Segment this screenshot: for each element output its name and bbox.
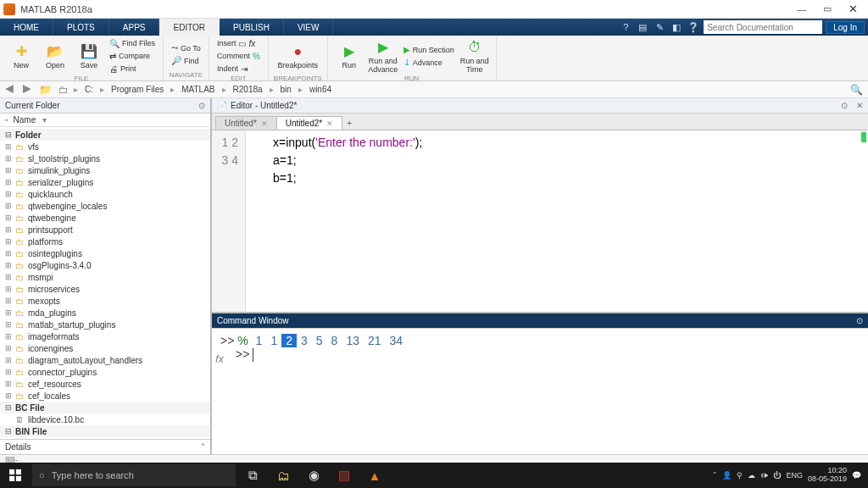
tree-group[interactable]: ⊟BC File bbox=[0, 402, 210, 413]
tree-folder[interactable]: ⊞🗀qtwebengine_locales bbox=[0, 200, 210, 212]
cmd-menu-icon[interactable]: ⊙ bbox=[856, 316, 863, 325]
up-folder-icon[interactable]: 📁 bbox=[37, 84, 53, 96]
tree-folder[interactable]: ⊞🗀serializer_plugins bbox=[0, 176, 210, 188]
tab-editor[interactable]: EDITOR bbox=[159, 19, 220, 36]
network-icon[interactable]: 🕪 bbox=[760, 471, 768, 480]
search-path-icon[interactable]: 🔍 bbox=[849, 84, 865, 96]
crumb-matlab[interactable]: MATLAB bbox=[178, 85, 218, 94]
details-chevron-icon[interactable]: ˄ bbox=[201, 442, 205, 452]
help-icon[interactable]: ? bbox=[619, 20, 632, 34]
tab-view[interactable]: VIEW bbox=[284, 19, 334, 36]
tree-folder[interactable]: ⊞🗀cef_resources bbox=[0, 378, 210, 390]
fx-icon[interactable]: fx bbox=[215, 352, 224, 365]
help2-icon[interactable]: ❔ bbox=[687, 20, 700, 34]
feedback-icon[interactable]: ✎ bbox=[653, 20, 666, 34]
code-editor[interactable]: 1 2 3 4 x=input('Enter the number:'); a=… bbox=[212, 130, 868, 312]
tab-close-icon[interactable]: ✕ bbox=[326, 119, 333, 128]
people-icon[interactable]: 👤 bbox=[722, 471, 732, 480]
tree-group[interactable]: ⊟BIN File bbox=[0, 425, 210, 437]
location-icon[interactable]: ⚲ bbox=[737, 471, 743, 480]
tree-folder[interactable]: ⊞🗀imageformats bbox=[0, 330, 210, 342]
battery-icon[interactable]: ⏻ bbox=[773, 471, 781, 480]
doc-icon[interactable]: ▤ bbox=[636, 20, 649, 34]
tree-folder[interactable]: ⊞🗀osintegplugins bbox=[0, 247, 210, 259]
file-tab-untitled[interactable]: Untitled*✕ bbox=[215, 116, 277, 130]
tree-group[interactable]: ⊟Folder bbox=[0, 129, 210, 141]
tree-folder[interactable]: ⊞🗀msmpi bbox=[0, 271, 210, 283]
tray-chevron-icon[interactable]: ˄ bbox=[713, 471, 717, 480]
breakpoints-button[interactable]: ●Breakpoints bbox=[281, 37, 314, 75]
open-button[interactable]: 📂Open bbox=[39, 37, 71, 75]
close-button[interactable]: ✕ bbox=[841, 2, 865, 17]
run-button[interactable]: ▶Run bbox=[333, 37, 365, 75]
back-button[interactable]: ⯇ bbox=[3, 84, 17, 96]
find-button[interactable]: 🔎Find bbox=[169, 55, 203, 67]
tree-folder[interactable]: ⊞🗀qtwebengine bbox=[0, 212, 210, 224]
crumb-win64[interactable]: win64 bbox=[306, 85, 335, 94]
tree-folder[interactable]: ⊞🗀connector_plugins bbox=[0, 366, 210, 378]
run-time-button[interactable]: ⏱Run and Time bbox=[459, 37, 491, 75]
tree-folder[interactable]: ⊞🗀osgPlugins-3.4.0 bbox=[0, 259, 210, 271]
file-tab-untitled2[interactable]: Untitled2*✕ bbox=[276, 116, 342, 130]
tree-folder[interactable]: ⊞🗀vfs bbox=[0, 141, 210, 152]
search-documentation-input[interactable] bbox=[704, 20, 822, 34]
run-section-button[interactable]: ▶Run Section bbox=[401, 44, 457, 56]
compare-button[interactable]: ⇄Compare bbox=[107, 50, 158, 62]
clock[interactable]: 10:2008-05-2019 bbox=[808, 467, 847, 484]
pdf-icon[interactable]: ▤ bbox=[329, 463, 359, 488]
tree-file[interactable]: 🗎libdevice.10.bc bbox=[0, 413, 210, 425]
maximize-button[interactable]: ▭ bbox=[815, 2, 839, 17]
tree-folder[interactable]: ⊞🗀sl_toolstrip_plugins bbox=[0, 152, 210, 164]
minimize-button[interactable]: ― bbox=[790, 2, 814, 17]
login-button[interactable]: Log In bbox=[826, 21, 865, 34]
tree-folder[interactable]: ⊞🗀simulink_plugins bbox=[0, 164, 210, 176]
comment-button[interactable]: Comment % bbox=[214, 50, 263, 62]
tree-folder[interactable]: ⊞🗀diagram_autoLayout_handlers bbox=[0, 354, 210, 366]
crumb-bin[interactable]: bin bbox=[277, 85, 295, 94]
print-button[interactable]: 🖨Print bbox=[107, 63, 158, 75]
folder-tree[interactable]: ⊟Folder⊞🗀vfs⊞🗀sl_toolstrip_plugins⊞🗀simu… bbox=[0, 127, 210, 439]
system-tray[interactable]: ˄ 👤 ⚲ ☁ 🕪 ⏻ ENG 10:2008-05-2019 💬 bbox=[706, 467, 868, 484]
forward-button[interactable]: ⯈ bbox=[20, 84, 34, 96]
panel-menu-icon[interactable]: ⊙ bbox=[198, 101, 205, 110]
run-advance-button[interactable]: ▶Run and Advance bbox=[367, 37, 399, 75]
goto-button[interactable]: ⤳Go To bbox=[169, 42, 203, 54]
new-tab-button[interactable]: + bbox=[342, 117, 357, 130]
editor-menu-icon[interactable]: ⊙ bbox=[841, 101, 848, 110]
tree-folder[interactable]: ⊞🗀quicklaunch bbox=[0, 188, 210, 200]
editor-close-icon[interactable]: ✕ bbox=[851, 101, 863, 110]
advance-button[interactable]: ⤓Advance bbox=[401, 57, 457, 69]
tree-folder[interactable]: ⊞🗀platforms bbox=[0, 236, 210, 247]
tree-folder[interactable]: ⊞🗀cef_locales bbox=[0, 390, 210, 402]
language-indicator[interactable]: ENG bbox=[786, 471, 803, 480]
tab-plots[interactable]: PLOTS bbox=[53, 19, 109, 36]
details-label[interactable]: Details bbox=[5, 442, 31, 452]
matlab-taskbar-icon[interactable]: ▲ bbox=[359, 463, 390, 488]
explorer-icon[interactable]: 🗂 bbox=[268, 463, 298, 488]
notifications-icon[interactable]: 💬 bbox=[852, 471, 861, 480]
onedrive-icon[interactable]: ☁ bbox=[748, 471, 755, 480]
tree-folder[interactable]: ⊞🗀microservices bbox=[0, 283, 210, 295]
tree-folder[interactable]: ⊞🗀mda_plugins bbox=[0, 307, 210, 319]
folder-icon[interactable]: 🗀 bbox=[57, 84, 70, 96]
new-button[interactable]: ✚New bbox=[5, 37, 37, 75]
name-column[interactable]: Name bbox=[14, 115, 36, 125]
insert-button[interactable]: Insert ▭ fx bbox=[214, 37, 263, 49]
start-button[interactable] bbox=[0, 463, 31, 488]
crumb-program-files[interactable]: Program Files bbox=[108, 85, 167, 94]
command-window-body[interactable]: >> % 112358132134 fx >> bbox=[212, 329, 868, 454]
tab-home[interactable]: HOME bbox=[0, 19, 53, 36]
tree-folder[interactable]: ⊞🗀printsupport bbox=[0, 224, 210, 236]
tab-publish[interactable]: PUBLISH bbox=[220, 19, 284, 36]
taskbar-search[interactable]: ○Type here to search bbox=[32, 464, 236, 486]
crumb-c[interactable]: C: bbox=[81, 85, 97, 94]
addons-icon[interactable]: ◧ bbox=[670, 20, 683, 34]
tab-close-icon[interactable]: ✕ bbox=[261, 119, 268, 128]
tab-apps[interactable]: APPS bbox=[109, 19, 160, 36]
save-button[interactable]: 💾Save bbox=[73, 37, 105, 75]
chrome-icon[interactable]: ◉ bbox=[298, 463, 329, 488]
indent-button[interactable]: Indent ⇥ bbox=[214, 63, 263, 75]
tree-folder[interactable]: ⊞🗀iconengines bbox=[0, 342, 210, 354]
task-view-icon[interactable]: ⧉ bbox=[237, 463, 268, 488]
crumb-r2018a[interactable]: R2018a bbox=[230, 85, 266, 94]
